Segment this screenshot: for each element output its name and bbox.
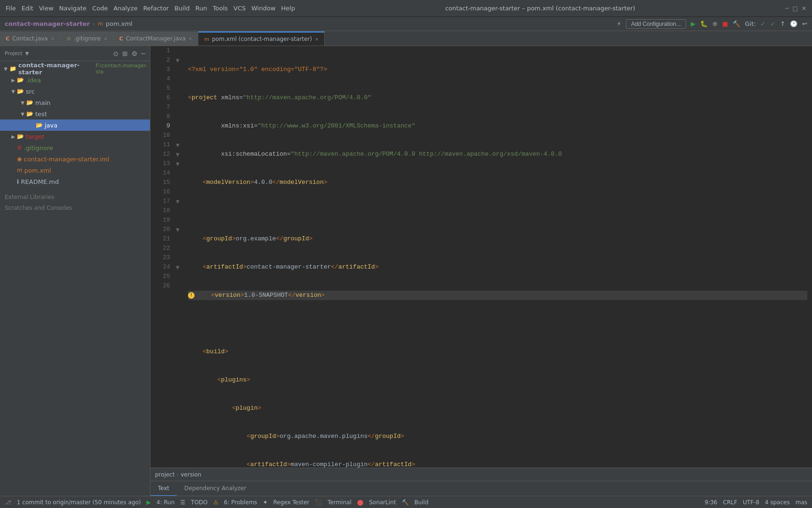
git-commit-info[interactable]: 1 commit to origin/master (50 minutes ag… <box>17 499 141 506</box>
status-indent[interactable]: 4 spaces <box>765 499 790 506</box>
project-sidebar: Project ▼ ⊙ ⊞ ⚙ ─ ▼ 📁 contact-manager-st… <box>0 46 150 496</box>
todo-label[interactable]: TODO <box>191 499 207 506</box>
menu-refactor[interactable]: Refactor <box>143 5 169 12</box>
tree-gitignore-file[interactable]: ⚙ .gitignore <box>0 142 150 153</box>
scratches-consoles-section[interactable]: Scratches and Consoles <box>0 202 150 213</box>
dropdown-icon[interactable]: ▼ <box>25 51 29 56</box>
project-icon: 📁 <box>9 65 16 72</box>
test-folder-label: test <box>35 111 47 118</box>
settings-icon[interactable]: ⚙ <box>132 50 138 57</box>
problems-icon: ⚠ <box>213 499 219 506</box>
tree-java-folder[interactable]: 📂 java <box>0 119 150 131</box>
tree-project-root[interactable]: ▼ 📁 contact-manager-starter F:\contact-m… <box>0 63 150 74</box>
menu-edit[interactable]: Edit <box>22 5 33 12</box>
minimize-sidebar-icon[interactable]: ─ <box>141 50 145 57</box>
tab-close-icon[interactable]: ✕ <box>103 36 107 41</box>
sonar-label[interactable]: SonarLint <box>369 499 396 506</box>
tab-text[interactable]: Text <box>150 481 177 496</box>
run-status-label[interactable]: 4: Run <box>156 499 175 506</box>
profile-button[interactable]: ⊕ <box>712 20 718 27</box>
problems-label[interactable]: 6: Problems <box>224 499 258 506</box>
wand-icon[interactable]: ⚡ <box>617 20 621 27</box>
status-time: 9:36 <box>705 499 718 506</box>
menu-code[interactable]: Code <box>92 5 108 12</box>
status-right: 9:36 CRLF UTF-8 4 spaces mas <box>705 499 807 506</box>
git-check1[interactable]: ✓ <box>760 20 765 27</box>
fold-btn-20[interactable]: ▼ <box>174 225 181 234</box>
external-libraries-section[interactable]: External Libraries <box>0 191 150 202</box>
menu-run[interactable]: Run <box>195 5 207 12</box>
stop-button[interactable]: ■ <box>722 20 728 27</box>
bc-project[interactable]: project <box>155 471 175 478</box>
status-charset[interactable]: UTF-8 <box>743 499 759 506</box>
folder-icon: 📂 <box>26 111 33 117</box>
fold-btn-11[interactable]: ▼ <box>174 140 181 150</box>
menu-help[interactable]: Help <box>281 5 295 12</box>
line-num-21: 21 <box>150 234 170 244</box>
fold-btn-26 <box>174 281 181 291</box>
locate-file-icon[interactable]: ⊙ <box>113 50 119 57</box>
menu-file[interactable]: File <box>6 5 16 12</box>
fold-btn-12[interactable]: ▼ <box>174 150 181 159</box>
run-button[interactable]: ▶ <box>691 20 695 27</box>
tab-close-icon[interactable]: ✕ <box>188 36 192 41</box>
close-icon[interactable]: ✕ <box>802 5 806 12</box>
tree-iml-file[interactable]: ◉ contact-manager-starter.iml <box>0 153 150 165</box>
git-revert[interactable]: ↩ <box>802 20 807 27</box>
menu-build[interactable]: Build <box>174 5 190 12</box>
code-line-8: <artifactId>contact-manager-starter</art… <box>188 262 807 272</box>
git-history[interactable]: 🕐 <box>790 20 797 27</box>
git-check2[interactable]: ✓ <box>770 20 775 27</box>
tree-src-folder[interactable]: ▼ 📂 src <box>0 86 150 97</box>
tab-close-icon[interactable]: ✕ <box>315 37 319 42</box>
menu-vcs[interactable]: VCS <box>234 5 246 12</box>
menu-view[interactable]: View <box>39 5 54 12</box>
tab-contact-java[interactable]: C Contact.java ✕ <box>0 32 61 46</box>
line-num-6: 6 <box>150 93 170 103</box>
line-numbers: 1 2 3 4 5 6 7 8 9 10 11 12 13 14 15 16 1… <box>150 46 174 468</box>
tree-target-folder[interactable]: ▶ 📂 target <box>0 131 150 142</box>
breadcrumb-file[interactable]: pom.xml <box>106 20 133 27</box>
tab-close-icon[interactable]: ✕ <box>51 36 55 41</box>
file-icon: m <box>17 167 23 174</box>
java-icon: C <box>6 36 9 42</box>
tree-main-folder[interactable]: ▼ 📂 main <box>0 97 150 108</box>
menu-tools[interactable]: Tools <box>213 5 228 12</box>
folder-icon: 📂 <box>17 133 24 140</box>
git-push[interactable]: ↑ <box>780 20 785 27</box>
run-status-icon[interactable]: ▶ <box>147 499 151 506</box>
debug-button[interactable]: 🐛 <box>700 20 708 27</box>
menu-analyze[interactable]: Analyze <box>113 5 137 12</box>
code-line-6 <box>188 206 807 215</box>
breadcrumb-project[interactable]: contact-manager-starter <box>5 20 90 27</box>
breadcrumb-file-icon: m <box>98 21 103 27</box>
fold-btn-2[interactable]: ▼ <box>174 56 181 65</box>
tab-pom-xml[interactable]: m pom.xml (contact-manager-starter) ✕ <box>198 32 325 46</box>
expand-arrow: ▶ <box>9 78 17 83</box>
build-button[interactable]: 🔨 <box>733 20 740 27</box>
fold-btn-13[interactable]: ▼ <box>174 159 181 168</box>
regex-label[interactable]: Regex Tester <box>273 499 309 506</box>
line-num-16: 16 <box>150 187 170 197</box>
menu-navigate[interactable]: Navigate <box>59 5 86 12</box>
tree-test-folder[interactable]: ▼ 📂 test <box>0 108 150 119</box>
tab-dependency-analyzer[interactable]: Dependency Analyzer <box>177 481 254 496</box>
maximize-icon[interactable]: □ <box>793 5 798 12</box>
tree-pom-file[interactable]: m pom.xml <box>0 165 150 176</box>
code-editor[interactable]: <?xml version="1.0" encoding="UTF-8"?> <… <box>183 46 812 468</box>
tab-contactmanager-java[interactable]: C ContactManager.java ✕ <box>114 32 199 46</box>
fold-btn-24[interactable]: ▼ <box>174 262 181 272</box>
fold-btn-17[interactable]: ▼ <box>174 197 181 206</box>
tab-gitignore[interactable]: ⚙ .gitignore ✕ <box>61 32 114 46</box>
add-configuration-button[interactable]: Add Configuration... <box>626 19 686 29</box>
editor-bottom-tabs: Text Dependency Analyzer <box>150 481 812 496</box>
expand-all-icon[interactable]: ⊞ <box>122 50 128 57</box>
menu-window[interactable]: Window <box>251 5 275 12</box>
terminal-label[interactable]: Terminal <box>328 499 351 506</box>
build-label[interactable]: Build <box>414 499 429 506</box>
minimize-icon[interactable]: ─ <box>785 5 789 12</box>
tree-idea-folder[interactable]: ▶ 📂 .idea <box>0 74 150 86</box>
status-line-ending[interactable]: CRLF <box>723 499 737 506</box>
bc-version[interactable]: version <box>180 471 201 478</box>
tree-readme-file[interactable]: ℹ README.md <box>0 176 150 187</box>
